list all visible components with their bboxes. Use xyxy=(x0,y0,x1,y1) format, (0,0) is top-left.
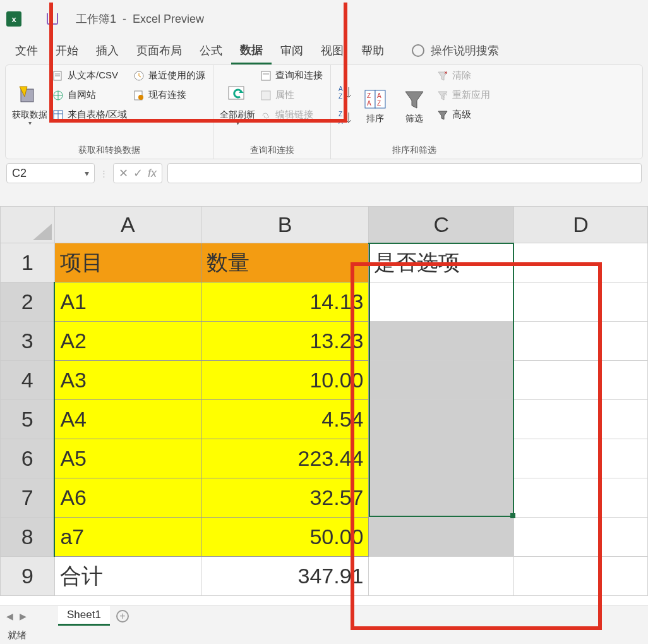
svg-text:A: A xyxy=(367,100,371,107)
ribbon-tabs: 文件 开始 插入 页面布局 公式 数据 审阅 视图 帮助 操作说明搜索 xyxy=(0,38,648,63)
cell-B6[interactable]: 223.44 xyxy=(201,439,369,478)
cell-B1[interactable]: 数量 xyxy=(201,243,369,283)
get-data-button[interactable]: 获取数据 ▾ xyxy=(12,68,47,143)
worksheet-grid[interactable]: A B C D 1 项目 数量 是否选项 2 A1 14.13 3 A2 13.… xyxy=(0,206,648,611)
cell-D7[interactable] xyxy=(514,478,648,518)
row-header-6[interactable]: 6 xyxy=(1,439,55,478)
cell-C7[interactable] xyxy=(369,478,514,518)
cell-B8[interactable]: 50.00 xyxy=(201,518,369,557)
edit-links-button: 编辑链接 xyxy=(259,107,324,123)
cell-A5[interactable]: A4 xyxy=(54,400,201,439)
link-icon xyxy=(260,109,272,121)
fx-icon[interactable]: fx xyxy=(148,167,157,180)
cell-D1[interactable] xyxy=(514,243,648,283)
tab-formulas[interactable]: 公式 xyxy=(191,38,231,63)
tab-help[interactable]: 帮助 xyxy=(352,38,393,63)
row-header-1[interactable]: 1 xyxy=(1,243,55,283)
row-header-7[interactable]: 7 xyxy=(1,478,55,518)
clear-filter-button: 清除 xyxy=(436,68,491,83)
name-box[interactable]: C2 ▾ xyxy=(6,163,95,183)
tell-me-search[interactable]: 操作说明搜索 xyxy=(412,43,499,58)
cell-A2[interactable]: A1 xyxy=(54,283,201,322)
row-header-5[interactable]: 5 xyxy=(1,400,55,439)
refresh-all-button[interactable]: 全部刷新 ▾ xyxy=(220,68,255,143)
cell-D5[interactable] xyxy=(514,400,648,439)
cell-C4[interactable] xyxy=(369,361,514,400)
sheet-nav-next-icon[interactable]: ▶ xyxy=(20,611,27,621)
tab-data[interactable]: 数据 xyxy=(231,37,272,64)
cell-B3[interactable]: 13.23 xyxy=(201,322,369,361)
sheet-tab-sheet1[interactable]: Sheet1 xyxy=(58,606,110,626)
recent-sources-button[interactable]: 最近使用的源 xyxy=(132,68,207,83)
tab-home[interactable]: 开始 xyxy=(47,38,87,63)
cell-B4[interactable]: 10.00 xyxy=(201,361,369,400)
svg-text:Z: Z xyxy=(377,100,381,107)
row-header-2[interactable]: 2 xyxy=(1,283,55,322)
cell-C6[interactable] xyxy=(369,439,514,478)
cell-D3[interactable] xyxy=(514,322,648,361)
col-header-C[interactable]: C xyxy=(369,207,514,243)
row-header-8[interactable]: 8 xyxy=(1,518,55,557)
cancel-icon[interactable]: ✕ xyxy=(119,166,128,180)
quick-access-save-icon[interactable] xyxy=(47,13,58,25)
sort-button[interactable]: ZAAZ 排序 xyxy=(357,68,393,143)
cell-B5[interactable]: 4.54 xyxy=(201,400,369,439)
tab-insert[interactable]: 插入 xyxy=(87,38,128,63)
cell-A4[interactable]: A3 xyxy=(54,361,201,400)
add-sheet-button[interactable]: + xyxy=(116,610,129,623)
tab-page-layout[interactable]: 页面布局 xyxy=(128,38,191,63)
cell-A6[interactable]: A5 xyxy=(54,439,201,478)
cell-A3[interactable]: A2 xyxy=(54,322,201,361)
from-text-csv-button[interactable]: 从文本/CSV xyxy=(51,68,128,83)
filter-button[interactable]: 筛选 xyxy=(397,68,432,143)
cell-A8[interactable]: a7 xyxy=(54,518,201,557)
link-file-icon xyxy=(133,90,145,101)
group-sort-filter: AZ ZA ZAAZ 排序 筛选 清除 重新应用 xyxy=(331,65,498,159)
sort-desc-icon[interactable]: ZA xyxy=(337,110,354,126)
cell-A7[interactable]: A6 xyxy=(54,478,201,518)
tab-review[interactable]: 审阅 xyxy=(272,38,312,63)
sheet-nav-prev-icon[interactable]: ◀ xyxy=(6,611,13,621)
cell-D4[interactable] xyxy=(514,361,648,400)
from-table-range-button[interactable]: 来自表格/区域 xyxy=(51,107,128,123)
formula-input[interactable] xyxy=(167,163,642,183)
select-all-corner[interactable] xyxy=(1,207,55,243)
row-header-9[interactable]: 9 xyxy=(1,557,55,596)
cell-D2[interactable] xyxy=(514,283,648,322)
svg-rect-13 xyxy=(261,71,270,80)
cell-A9[interactable]: 合计 xyxy=(54,557,201,596)
col-header-B[interactable]: B xyxy=(201,207,369,243)
chevron-down-icon[interactable]: ▾ xyxy=(85,168,89,178)
cell-A1[interactable]: 项目 xyxy=(54,243,201,283)
cell-C1[interactable]: 是否选项 xyxy=(369,243,514,283)
svg-rect-15 xyxy=(261,91,270,100)
cell-C5[interactable] xyxy=(369,400,514,439)
col-header-A[interactable]: A xyxy=(54,207,201,243)
sort-asc-icon[interactable]: AZ xyxy=(337,85,354,101)
queries-connections-button[interactable]: 查询和连接 xyxy=(259,68,324,83)
cell-C8[interactable] xyxy=(369,518,514,557)
cell-D9[interactable] xyxy=(514,557,648,596)
enter-icon[interactable]: ✓ xyxy=(133,166,143,180)
tab-view[interactable]: 视图 xyxy=(312,38,352,63)
database-icon xyxy=(18,84,41,107)
cell-B9[interactable]: 347.91 xyxy=(201,557,369,596)
cell-D6[interactable] xyxy=(514,439,648,478)
row-header-4[interactable]: 4 xyxy=(1,361,55,400)
cell-D8[interactable] xyxy=(514,518,648,557)
col-header-D[interactable]: D xyxy=(514,207,648,243)
cell-C9[interactable] xyxy=(369,557,514,596)
row-header-3[interactable]: 3 xyxy=(1,322,55,361)
cell-C2[interactable] xyxy=(369,283,514,322)
cell-B2[interactable]: 14.13 xyxy=(201,283,369,322)
cell-B7[interactable]: 32.57 xyxy=(201,478,369,518)
ribbon-panel: 获取数据 ▾ 从文本/CSV 自网站 来自表格/区域 xyxy=(5,64,643,159)
properties-button: 属性 xyxy=(259,87,324,103)
cell-C3[interactable] xyxy=(369,322,514,361)
svg-text:Z: Z xyxy=(367,92,371,99)
tab-file[interactable]: 文件 xyxy=(6,38,47,63)
from-web-button[interactable]: 自网站 xyxy=(51,87,128,103)
advanced-filter-button[interactable]: 高级 xyxy=(436,107,491,123)
existing-connections-button[interactable]: 现有连接 xyxy=(132,87,207,103)
table-icon xyxy=(52,109,64,121)
